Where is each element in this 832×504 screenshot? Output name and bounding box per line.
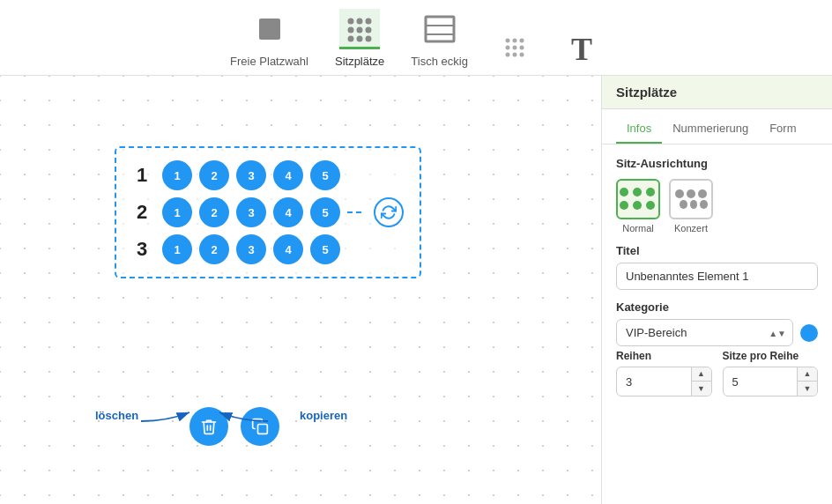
seat-row-3: 3 1 2 3 4 5 [132, 234, 404, 264]
seat-2-2[interactable]: 2 [199, 197, 229, 227]
svg-point-4 [348, 26, 354, 33]
sync-icon[interactable] [374, 197, 404, 227]
row-label-2: 2 [132, 201, 152, 224]
seat-2-1[interactable]: 1 [162, 197, 192, 227]
svg-point-18 [519, 46, 524, 50]
seat-3-2[interactable]: 2 [199, 234, 229, 264]
seat-2-3[interactable]: 3 [236, 197, 266, 227]
svg-point-9 [366, 35, 372, 41]
toolbar: Freie Platzwahl Sitzplätze [0, 0, 832, 76]
svg-point-19 [505, 53, 509, 57]
sitze-decrement[interactable]: ▼ [798, 382, 817, 396]
tisch-eckig-icon [420, 9, 460, 49]
kategorie-select-wrap: VIP-Bereich Standard Premium ▲▼ [616, 319, 793, 346]
row-label-1: 1 [132, 164, 152, 187]
svg-point-1 [348, 18, 354, 24]
kategorie-row: VIP-Bereich Standard Premium ▲▼ [616, 319, 818, 346]
svg-point-7 [348, 35, 354, 41]
seat-1-4[interactable]: 4 [273, 160, 303, 190]
tab-form[interactable]: Form [759, 116, 806, 144]
svg-point-3 [366, 18, 372, 24]
seat-3-1[interactable]: 1 [162, 234, 192, 264]
canvas-area[interactable]: 1 1 2 3 4 5 2 1 2 3 4 5 [0, 76, 601, 504]
svg-point-15 [519, 39, 524, 43]
loschen-annotation: löschen [95, 407, 138, 423]
seat-block[interactable]: 1 1 2 3 4 5 2 1 2 3 4 5 [115, 146, 421, 278]
reihen-value: 3 [617, 369, 691, 395]
konzert-row-2 [680, 200, 708, 209]
seat-2-5[interactable]: 5 [310, 197, 340, 227]
svg-point-6 [366, 26, 372, 33]
seat-1-2[interactable]: 2 [199, 160, 229, 190]
kopieren-label: kopieren [300, 409, 347, 422]
reihen-increment[interactable]: ▲ [692, 367, 711, 382]
orientation-konzert[interactable]: Konzert [669, 179, 713, 233]
svg-point-21 [519, 53, 524, 57]
svg-point-5 [357, 26, 363, 33]
tab-infos[interactable]: Infos [616, 116, 662, 144]
dot [646, 188, 655, 196]
svg-point-14 [512, 39, 516, 43]
orientation-normal-box [616, 179, 660, 219]
svg-point-2 [357, 18, 363, 24]
titel-input[interactable] [616, 263, 818, 290]
toolbar-item-dots[interactable] [494, 27, 535, 68]
svg-rect-0 [259, 19, 280, 40]
dot [633, 188, 642, 196]
svg-text:T: T [571, 32, 592, 65]
svg-point-17 [512, 46, 516, 50]
freie-platzwahl-icon [249, 9, 290, 49]
sitzplaetze-label: Sitzplätze [335, 55, 384, 68]
svg-point-20 [512, 53, 516, 57]
svg-point-13 [505, 39, 509, 43]
panel-body: Sitz-Ausrichtung Normal [602, 145, 832, 409]
seat-row-1: 1 1 2 3 4 5 [132, 160, 404, 190]
kopieren-arrow [189, 404, 277, 439]
kategorie-select[interactable]: VIP-Bereich Standard Premium [616, 319, 793, 346]
kopieren-annotation: kopieren [300, 407, 347, 423]
seat-3-3[interactable]: 3 [236, 234, 266, 264]
sitze-value: 5 [724, 369, 798, 395]
kategorie-label: Kategorie [616, 300, 818, 314]
reihen-stepper: 3 ▲ ▼ [616, 367, 712, 397]
toolbar-item-tisch-eckig[interactable]: Tisch eckig [411, 9, 468, 68]
toolbar-item-sitzplaetze[interactable]: Sitzplätze [335, 9, 384, 68]
toolbar-item-freie-platzwahl[interactable]: Freie Platzwahl [230, 9, 308, 68]
seat-row-2: 2 1 2 3 4 5 [132, 197, 404, 227]
text-icon: T [561, 27, 602, 68]
tisch-eckig-label: Tisch eckig [411, 55, 468, 68]
freie-platzwahl-label: Freie Platzwahl [230, 55, 308, 68]
kategorie-color-dot[interactable] [800, 324, 818, 342]
dot [620, 201, 628, 210]
seat-1-5[interactable]: 5 [310, 160, 340, 190]
orientation-options: Normal [616, 179, 818, 233]
sitze-stepper: 5 ▲ ▼ [723, 367, 819, 397]
orientation-normal-label: Normal [622, 223, 653, 233]
tab-nummerierung[interactable]: Nummerierung [662, 116, 759, 144]
dots-grid-icon [494, 27, 535, 68]
seat-2-4[interactable]: 4 [273, 197, 303, 227]
orientation-konzert-label: Konzert [674, 223, 708, 233]
right-panel: Sitzplätze Infos Nummerierung Form Sitz-… [601, 76, 832, 504]
svg-point-8 [357, 35, 363, 41]
orientation-konzert-box [669, 179, 713, 219]
dot [646, 201, 655, 210]
toolbar-item-text[interactable]: T [561, 27, 602, 68]
svg-point-16 [505, 46, 509, 50]
seat-1-3[interactable]: 3 [236, 160, 266, 190]
reihen-col: Reihen 3 ▲ ▼ [616, 350, 712, 397]
seat-3-5[interactable]: 5 [310, 234, 340, 264]
seat-3-4[interactable]: 4 [273, 234, 303, 264]
reihen-decrement[interactable]: ▼ [692, 382, 711, 396]
reihen-label: Reihen [616, 350, 712, 362]
loschen-label: löschen [95, 409, 138, 422]
reihen-sitze-row: Reihen 3 ▲ ▼ Sitze pro Reihe 5 ▲ [616, 350, 818, 397]
sitze-increment[interactable]: ▲ [798, 367, 817, 382]
konzert-row-1 [674, 189, 708, 198]
panel-title: Sitzplätze [602, 76, 832, 109]
orientation-normal[interactable]: Normal [616, 179, 660, 233]
titel-label: Titel [616, 244, 818, 257]
panel-tabs: Infos Nummerierung Form [602, 109, 832, 145]
seat-1-1[interactable]: 1 [162, 160, 192, 190]
row-label-3: 3 [132, 238, 152, 261]
